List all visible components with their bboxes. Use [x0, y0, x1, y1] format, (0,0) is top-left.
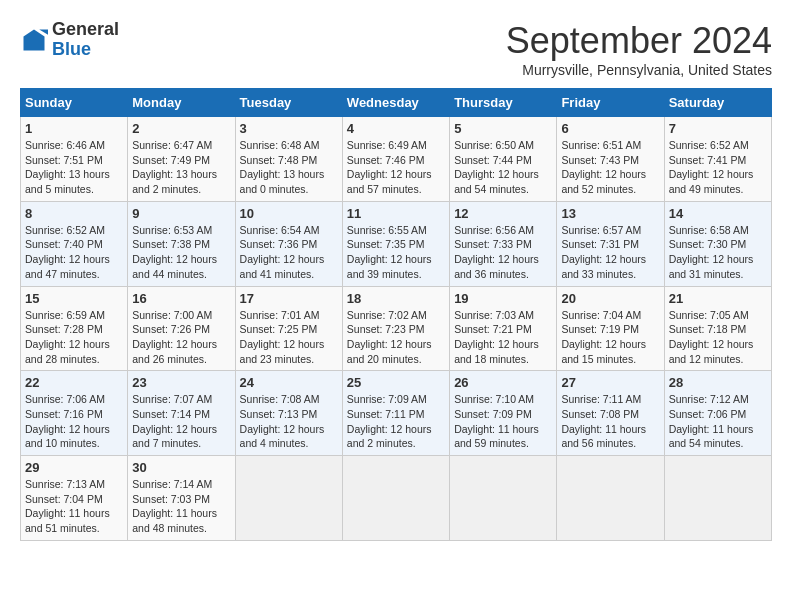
- day-number: 5: [454, 121, 552, 136]
- day-info: Sunrise: 7:08 AMSunset: 7:13 PMDaylight:…: [240, 392, 338, 451]
- calendar-day-cell: 10Sunrise: 6:54 AMSunset: 7:36 PMDayligh…: [235, 201, 342, 286]
- svg-marker-0: [24, 29, 45, 50]
- calendar-week-row: 15Sunrise: 6:59 AMSunset: 7:28 PMDayligh…: [21, 286, 772, 371]
- day-number: 17: [240, 291, 338, 306]
- day-number: 26: [454, 375, 552, 390]
- day-number: 13: [561, 206, 659, 221]
- calendar-header-cell: Thursday: [450, 89, 557, 117]
- calendar-header-row: SundayMondayTuesdayWednesdayThursdayFrid…: [21, 89, 772, 117]
- day-info: Sunrise: 6:46 AMSunset: 7:51 PMDaylight:…: [25, 138, 123, 197]
- calendar-header-cell: Sunday: [21, 89, 128, 117]
- calendar-body: 1Sunrise: 6:46 AMSunset: 7:51 PMDaylight…: [21, 117, 772, 541]
- day-number: 18: [347, 291, 445, 306]
- logo-general-text: General: [52, 19, 119, 39]
- calendar-day-cell: 24Sunrise: 7:08 AMSunset: 7:13 PMDayligh…: [235, 371, 342, 456]
- calendar-header-cell: Friday: [557, 89, 664, 117]
- day-info: Sunrise: 7:01 AMSunset: 7:25 PMDaylight:…: [240, 308, 338, 367]
- day-info: Sunrise: 7:05 AMSunset: 7:18 PMDaylight:…: [669, 308, 767, 367]
- day-number: 2: [132, 121, 230, 136]
- day-number: 6: [561, 121, 659, 136]
- calendar-day-cell: 22Sunrise: 7:06 AMSunset: 7:16 PMDayligh…: [21, 371, 128, 456]
- calendar-day-cell: 4Sunrise: 6:49 AMSunset: 7:46 PMDaylight…: [342, 117, 449, 202]
- day-info: Sunrise: 6:58 AMSunset: 7:30 PMDaylight:…: [669, 223, 767, 282]
- calendar-day-cell: 26Sunrise: 7:10 AMSunset: 7:09 PMDayligh…: [450, 371, 557, 456]
- calendar-day-cell: 28Sunrise: 7:12 AMSunset: 7:06 PMDayligh…: [664, 371, 771, 456]
- calendar-header: SundayMondayTuesdayWednesdayThursdayFrid…: [21, 89, 772, 117]
- day-number: 23: [132, 375, 230, 390]
- calendar-day-cell: 20Sunrise: 7:04 AMSunset: 7:19 PMDayligh…: [557, 286, 664, 371]
- calendar-day-cell: [450, 456, 557, 541]
- calendar-day-cell: [664, 456, 771, 541]
- day-number: 11: [347, 206, 445, 221]
- calendar: SundayMondayTuesdayWednesdayThursdayFrid…: [20, 88, 772, 541]
- day-number: 3: [240, 121, 338, 136]
- day-info: Sunrise: 7:04 AMSunset: 7:19 PMDaylight:…: [561, 308, 659, 367]
- day-info: Sunrise: 6:57 AMSunset: 7:31 PMDaylight:…: [561, 223, 659, 282]
- calendar-day-cell: 16Sunrise: 7:00 AMSunset: 7:26 PMDayligh…: [128, 286, 235, 371]
- calendar-week-row: 1Sunrise: 6:46 AMSunset: 7:51 PMDaylight…: [21, 117, 772, 202]
- calendar-day-cell: 23Sunrise: 7:07 AMSunset: 7:14 PMDayligh…: [128, 371, 235, 456]
- day-number: 4: [347, 121, 445, 136]
- calendar-header-cell: Monday: [128, 89, 235, 117]
- calendar-day-cell: 19Sunrise: 7:03 AMSunset: 7:21 PMDayligh…: [450, 286, 557, 371]
- calendar-day-cell: 18Sunrise: 7:02 AMSunset: 7:23 PMDayligh…: [342, 286, 449, 371]
- day-info: Sunrise: 7:12 AMSunset: 7:06 PMDaylight:…: [669, 392, 767, 451]
- calendar-day-cell: 8Sunrise: 6:52 AMSunset: 7:40 PMDaylight…: [21, 201, 128, 286]
- calendar-header-cell: Saturday: [664, 89, 771, 117]
- day-info: Sunrise: 6:53 AMSunset: 7:38 PMDaylight:…: [132, 223, 230, 282]
- location: Murrysville, Pennsylvania, United States: [506, 62, 772, 78]
- calendar-header-cell: Wednesday: [342, 89, 449, 117]
- day-number: 28: [669, 375, 767, 390]
- calendar-week-row: 8Sunrise: 6:52 AMSunset: 7:40 PMDaylight…: [21, 201, 772, 286]
- day-info: Sunrise: 7:11 AMSunset: 7:08 PMDaylight:…: [561, 392, 659, 451]
- day-number: 16: [132, 291, 230, 306]
- calendar-day-cell: [557, 456, 664, 541]
- day-info: Sunrise: 7:13 AMSunset: 7:04 PMDaylight:…: [25, 477, 123, 536]
- month-title: September 2024: [506, 20, 772, 62]
- calendar-week-row: 22Sunrise: 7:06 AMSunset: 7:16 PMDayligh…: [21, 371, 772, 456]
- day-info: Sunrise: 7:02 AMSunset: 7:23 PMDaylight:…: [347, 308, 445, 367]
- day-number: 27: [561, 375, 659, 390]
- calendar-day-cell: 6Sunrise: 6:51 AMSunset: 7:43 PMDaylight…: [557, 117, 664, 202]
- calendar-day-cell: 15Sunrise: 6:59 AMSunset: 7:28 PMDayligh…: [21, 286, 128, 371]
- day-info: Sunrise: 6:52 AMSunset: 7:41 PMDaylight:…: [669, 138, 767, 197]
- day-info: Sunrise: 6:48 AMSunset: 7:48 PMDaylight:…: [240, 138, 338, 197]
- calendar-day-cell: 27Sunrise: 7:11 AMSunset: 7:08 PMDayligh…: [557, 371, 664, 456]
- day-number: 8: [25, 206, 123, 221]
- day-number: 25: [347, 375, 445, 390]
- calendar-day-cell: [235, 456, 342, 541]
- logo-text: General Blue: [52, 20, 119, 60]
- logo-blue-text: Blue: [52, 39, 91, 59]
- day-number: 12: [454, 206, 552, 221]
- calendar-day-cell: 2Sunrise: 6:47 AMSunset: 7:49 PMDaylight…: [128, 117, 235, 202]
- calendar-day-cell: 21Sunrise: 7:05 AMSunset: 7:18 PMDayligh…: [664, 286, 771, 371]
- day-number: 24: [240, 375, 338, 390]
- day-number: 10: [240, 206, 338, 221]
- day-number: 15: [25, 291, 123, 306]
- day-number: 7: [669, 121, 767, 136]
- day-info: Sunrise: 6:55 AMSunset: 7:35 PMDaylight:…: [347, 223, 445, 282]
- logo-icon: [20, 26, 48, 54]
- calendar-day-cell: 7Sunrise: 6:52 AMSunset: 7:41 PMDaylight…: [664, 117, 771, 202]
- calendar-day-cell: 1Sunrise: 6:46 AMSunset: 7:51 PMDaylight…: [21, 117, 128, 202]
- calendar-day-cell: 5Sunrise: 6:50 AMSunset: 7:44 PMDaylight…: [450, 117, 557, 202]
- calendar-day-cell: 29Sunrise: 7:13 AMSunset: 7:04 PMDayligh…: [21, 456, 128, 541]
- calendar-day-cell: 12Sunrise: 6:56 AMSunset: 7:33 PMDayligh…: [450, 201, 557, 286]
- day-number: 14: [669, 206, 767, 221]
- day-info: Sunrise: 6:59 AMSunset: 7:28 PMDaylight:…: [25, 308, 123, 367]
- calendar-week-row: 29Sunrise: 7:13 AMSunset: 7:04 PMDayligh…: [21, 456, 772, 541]
- day-number: 19: [454, 291, 552, 306]
- day-number: 22: [25, 375, 123, 390]
- calendar-day-cell: 13Sunrise: 6:57 AMSunset: 7:31 PMDayligh…: [557, 201, 664, 286]
- day-info: Sunrise: 7:06 AMSunset: 7:16 PMDaylight:…: [25, 392, 123, 451]
- day-info: Sunrise: 7:03 AMSunset: 7:21 PMDaylight:…: [454, 308, 552, 367]
- calendar-day-cell: [342, 456, 449, 541]
- title-area: September 2024 Murrysville, Pennsylvania…: [506, 20, 772, 78]
- day-info: Sunrise: 6:51 AMSunset: 7:43 PMDaylight:…: [561, 138, 659, 197]
- calendar-day-cell: 17Sunrise: 7:01 AMSunset: 7:25 PMDayligh…: [235, 286, 342, 371]
- day-info: Sunrise: 7:09 AMSunset: 7:11 PMDaylight:…: [347, 392, 445, 451]
- day-number: 29: [25, 460, 123, 475]
- day-info: Sunrise: 6:47 AMSunset: 7:49 PMDaylight:…: [132, 138, 230, 197]
- day-info: Sunrise: 6:49 AMSunset: 7:46 PMDaylight:…: [347, 138, 445, 197]
- calendar-day-cell: 3Sunrise: 6:48 AMSunset: 7:48 PMDaylight…: [235, 117, 342, 202]
